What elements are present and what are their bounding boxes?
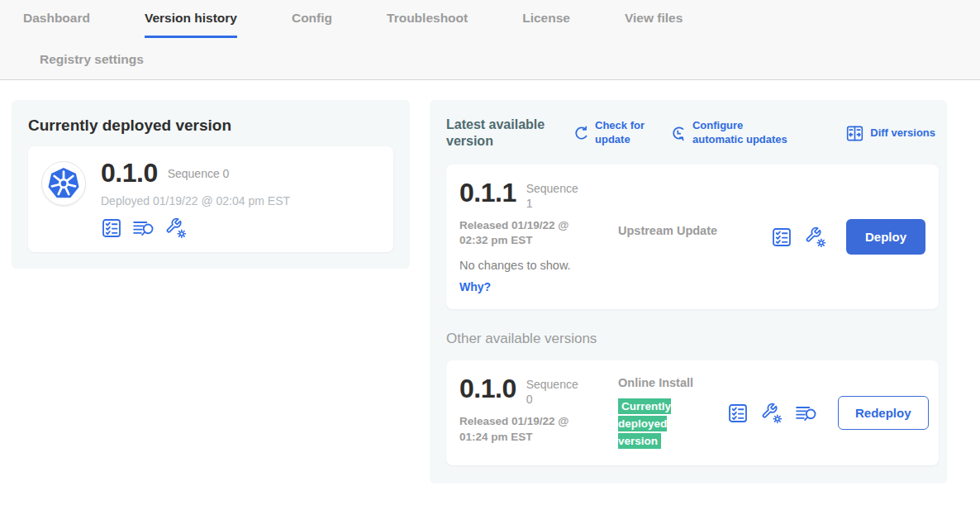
primary-tab-bar: Dashboard Version history Config Trouble… <box>0 0 980 40</box>
other-version-number: 0.1.0 <box>459 375 516 403</box>
deployed-sequence-label: Sequence 0 <box>168 167 230 180</box>
deployed-version-info: 0.1.0 Sequence 0 Deployed 01/19/22 @ 02:… <box>101 160 290 239</box>
available-versions-panel: Latest available version Check for updat… <box>430 100 947 484</box>
redeploy-button[interactable]: Redeploy <box>838 396 929 430</box>
page-content: Currently deployed version <box>0 80 980 484</box>
latest-version-card: 0.1.1 Sequence 1 Released 01/19/22 @ 02:… <box>446 164 939 309</box>
tab-dashboard[interactable]: Dashboard <box>23 0 90 38</box>
currently-deployed-panel: Currently deployed version <box>12 100 410 269</box>
tab-license[interactable]: License <box>522 0 570 38</box>
tab-registry-settings[interactable]: Registry settings <box>40 52 144 67</box>
no-changes-text: No changes to show. <box>459 259 618 272</box>
refresh-icon <box>572 125 589 142</box>
diff-icon <box>845 124 864 143</box>
latest-source-label: Upstream Update <box>618 179 727 239</box>
tab-config[interactable]: Config <box>292 0 332 38</box>
clock-refresh-icon <box>669 125 687 142</box>
other-released-timestamp: Released 01/19/22 @ 01:24 pm EST <box>459 414 585 444</box>
top-nav: Dashboard Version history Config Trouble… <box>0 0 980 80</box>
version-actions: Check for update Configure auto <box>572 119 935 147</box>
deployed-version-card: 0.1.0 Sequence 0 Deployed 01/19/22 @ 02:… <box>28 146 393 252</box>
deployed-version-number: 0.1.0 <box>101 160 158 188</box>
other-sequence-label: Sequence 0 <box>526 378 586 407</box>
tab-troubleshoot[interactable]: Troubleshoot <box>387 0 468 38</box>
preflight-checks-icon[interactable] <box>771 226 792 248</box>
other-source-label: Online Install <box>618 375 727 391</box>
release-notes-icon[interactable] <box>132 217 155 239</box>
check-for-update-link[interactable]: Check for update <box>572 119 645 147</box>
config-wrench-icon[interactable] <box>165 217 187 239</box>
configure-automatic-updates-link[interactable]: Configure automatic updates <box>669 119 787 147</box>
app-logo <box>41 161 86 206</box>
why-link[interactable]: Why? <box>459 280 491 293</box>
deployed-timestamp: Deployed 01/19/22 @ 02:04 pm EST <box>101 194 290 207</box>
latest-sequence-label: Sequence 1 <box>526 182 586 211</box>
config-wrench-icon[interactable] <box>805 226 826 248</box>
latest-version-number: 0.1.1 <box>459 179 516 207</box>
diff-versions-link[interactable]: Diff versions <box>845 124 935 143</box>
deploy-button[interactable]: Deploy <box>846 219 925 255</box>
secondary-tab-bar: Registry settings <box>0 40 980 79</box>
release-notes-icon[interactable] <box>795 403 818 424</box>
config-wrench-icon[interactable] <box>761 403 783 424</box>
latest-released-timestamp: Released 01/19/22 @ 02:32 pm EST <box>459 218 585 248</box>
other-available-versions-title: Other available versions <box>446 331 939 347</box>
currently-deployed-badge: Currently deployed version <box>618 398 681 450</box>
other-version-card: 0.1.0 Sequence 0 Released 01/19/22 @ 01:… <box>446 360 939 465</box>
tab-version-history[interactable]: Version history <box>145 0 237 38</box>
kubernetes-logo-icon <box>45 165 82 202</box>
tab-view-files[interactable]: View files <box>625 0 683 38</box>
latest-available-title: Latest available version <box>446 117 572 150</box>
currently-deployed-title: Currently deployed version <box>28 117 393 135</box>
preflight-checks-icon[interactable] <box>727 403 749 424</box>
preflight-checks-icon[interactable] <box>101 217 122 239</box>
